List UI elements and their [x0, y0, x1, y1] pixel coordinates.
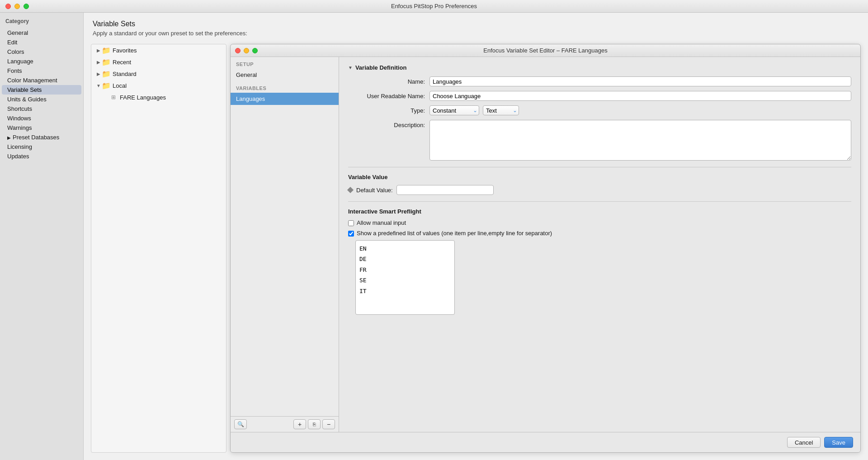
traffic-lights[interactable]	[5, 4, 29, 9]
sidebar-item-edit[interactable]: Edit	[2, 38, 81, 47]
variables-sidebar: SETUP General VARIABLES Languages 🔍 +	[231, 57, 339, 432]
type-field-row: Type: Constant Variable	[348, 105, 851, 115]
variable-set-icon: ⊞	[109, 93, 118, 101]
sidebar-item-preset-databases[interactable]: ▶Preset Databases	[2, 133, 81, 142]
variable-definition-header[interactable]: ▼ Variable Definition	[348, 64, 851, 71]
variable-value-section: Variable Value	[348, 174, 851, 180]
folder-icon: 📁	[102, 46, 110, 54]
allow-manual-checkbox[interactable]	[348, 220, 354, 226]
spacer-icon	[102, 94, 109, 101]
sidebar-item-warnings[interactable]: Warnings	[2, 123, 81, 133]
dialog-title: Enfocus Variable Set Editor – FARE Langu…	[483, 47, 607, 54]
chevron-right-icon: ▶	[95, 58, 102, 66]
sidebar-item-licensing[interactable]: Licensing	[2, 142, 81, 152]
variables-section-header: VARIABLES	[231, 81, 339, 93]
zoom-icon: 🔍	[237, 421, 244, 427]
name-label: Name:	[348, 78, 429, 85]
default-value-input[interactable]	[396, 185, 494, 195]
zoom-button[interactable]: 🔍	[234, 419, 247, 429]
folder-icon: 📁	[102, 81, 110, 90]
name-field-row: Name:	[348, 76, 851, 86]
show-predefined-row: Show a predefined list of values (one it…	[348, 230, 851, 237]
variable-definition-label: Variable Definition	[355, 64, 406, 71]
variables-toolbar: 🔍 + ⎘ −	[231, 416, 339, 432]
tree-item-favorites[interactable]: ▶ 📁 Favorites	[91, 44, 226, 56]
chevron-down-icon: ▼	[95, 82, 102, 89]
user-readable-name-input[interactable]	[429, 91, 851, 101]
dialog-maximize-button[interactable]	[252, 48, 258, 53]
dialog-title-bar: Enfocus Variable Set Editor – FARE Langu…	[231, 44, 860, 57]
dialog-traffic-lights[interactable]	[235, 48, 258, 53]
sidebar-item-variable-sets[interactable]: Variable Sets	[2, 85, 81, 95]
user-readable-name-field-row: User Readable Name:	[348, 91, 851, 101]
allow-manual-row: Allow manual input	[348, 219, 851, 226]
interactive-section-header: Interactive Smart Preflight	[348, 208, 851, 215]
allow-manual-label: Allow manual input	[357, 219, 406, 226]
dialog-close-button[interactable]	[235, 48, 241, 53]
setup-section-header: SETUP	[231, 57, 339, 69]
content-subtitle: Apply a standard or your own preset to s…	[93, 30, 859, 37]
remove-variable-button[interactable]: −	[322, 419, 335, 429]
maximize-button[interactable]	[24, 4, 29, 9]
diamond-icon	[347, 187, 354, 193]
minimize-button[interactable]	[14, 4, 20, 9]
close-button[interactable]	[5, 4, 11, 9]
tree-label-favorites: Favorites	[113, 47, 137, 54]
copy-variable-button[interactable]: ⎘	[308, 419, 321, 429]
editor-dialog: Enfocus Variable Set Editor – FARE Langu…	[230, 44, 861, 453]
plus-icon: +	[298, 421, 302, 428]
type-constant-wrapper: Constant Variable	[429, 105, 479, 115]
dialog-minimize-button[interactable]	[244, 48, 249, 53]
collapse-arrow-icon: ▼	[348, 65, 353, 70]
name-input[interactable]	[429, 76, 851, 86]
add-variable-button[interactable]: +	[293, 419, 306, 429]
description-field-row: Description:	[348, 120, 851, 161]
category-sidebar: Category General Edit Colors Language Fo…	[0, 13, 84, 460]
content-area: Variable Sets Apply a standard or your o…	[84, 13, 868, 460]
user-readable-name-label: User Readable Name:	[348, 93, 429, 100]
tree-item-fare-languages[interactable]: ⊞ FARE Languages	[91, 91, 226, 103]
description-input[interactable]	[429, 120, 851, 161]
description-label: Description:	[348, 120, 429, 128]
sidebar-item-updates[interactable]: Updates	[2, 152, 81, 161]
tree-item-standard[interactable]: ▶ 📁 Standard	[91, 68, 226, 80]
editor-main: ▼ Variable Definition Name: User Readabl…	[339, 57, 860, 432]
show-predefined-checkbox[interactable]	[348, 231, 354, 237]
tree-label-recent: Recent	[113, 59, 131, 66]
sidebar-item-general[interactable]: General	[2, 28, 81, 38]
dialog-footer: Cancel Save	[231, 432, 860, 452]
sidebar-item-shortcuts[interactable]: Shortcuts	[2, 104, 81, 114]
tree-item-recent[interactable]: ▶ 📁 Recent	[91, 56, 226, 68]
sidebar-item-units-guides[interactable]: Units & Guides	[2, 95, 81, 104]
save-button[interactable]: Save	[824, 437, 853, 448]
section-divider	[348, 167, 851, 167]
tree-label-local: Local	[113, 82, 127, 89]
show-predefined-label: Show a predefined list of values (one it…	[357, 230, 552, 237]
section-divider-2	[348, 201, 851, 202]
default-value-row: Default Value:	[348, 185, 851, 195]
sidebar-item-windows[interactable]: Windows	[2, 114, 81, 123]
variable-item-languages[interactable]: Languages	[231, 93, 339, 105]
type-text-select[interactable]: Text Number Boolean	[483, 105, 519, 115]
folder-icon: 📁	[102, 70, 110, 78]
type-constant-select[interactable]: Constant Variable	[429, 105, 479, 115]
chevron-right-icon: ▶	[95, 70, 102, 77]
content-header: Variable Sets Apply a standard or your o…	[84, 13, 868, 40]
dialog-body: SETUP General VARIABLES Languages 🔍 +	[231, 57, 860, 432]
category-header: Category	[0, 16, 83, 28]
predefined-values-input[interactable]: EN DE FR SE IT	[355, 240, 455, 315]
minus-icon: −	[327, 421, 330, 428]
sidebar-item-language[interactable]: Language	[2, 57, 81, 66]
content-body: ▶ 📁 Favorites ▶ 📁 Recent ▶ 📁 Standard	[84, 40, 868, 460]
tree-item-local[interactable]: ▼ 📁 Local	[91, 80, 226, 91]
type-label: Type:	[348, 107, 429, 114]
tree-panel: ▶ 📁 Favorites ▶ 📁 Recent ▶ 📁 Standard	[91, 44, 226, 453]
sidebar-item-colors[interactable]: Colors	[2, 47, 81, 57]
tree-label-standard: Standard	[113, 71, 137, 77]
sidebar-item-color-management[interactable]: Color Management	[2, 76, 81, 85]
title-bar: Enfocus PitStop Pro Preferences	[0, 0, 868, 13]
sidebar-item-fonts[interactable]: Fonts	[2, 66, 81, 76]
cancel-button[interactable]: Cancel	[787, 437, 821, 448]
copy-icon: ⎘	[313, 422, 316, 427]
setup-general-item[interactable]: General	[231, 69, 339, 81]
